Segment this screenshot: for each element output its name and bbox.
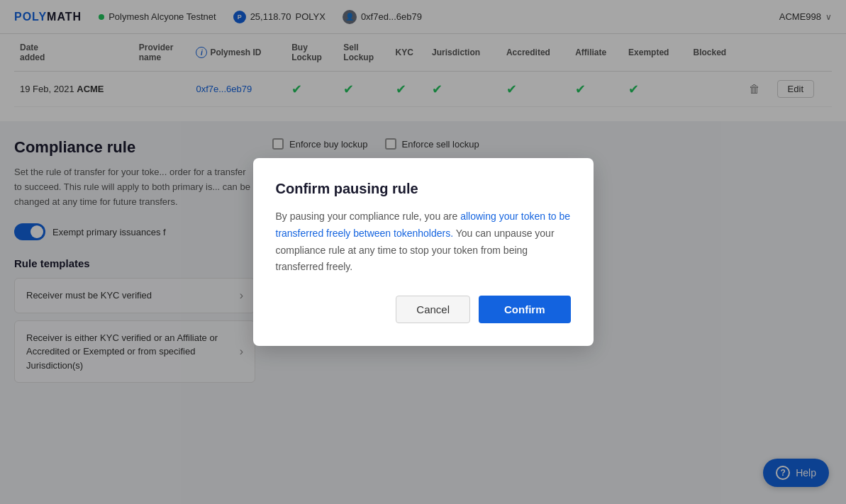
cancel-button[interactable]: Cancel xyxy=(396,296,470,323)
modal-overlay: Confirm pausing rule By pausing your com… xyxy=(0,0,846,407)
modal-title: Confirm pausing rule xyxy=(276,181,571,197)
confirm-button[interactable]: Confirm xyxy=(479,296,571,323)
modal-body-part1: By pausing your compliance rule, you are xyxy=(276,211,461,222)
modal-actions: Cancel Confirm xyxy=(276,296,571,323)
modal-body: By pausing your compliance rule, you are… xyxy=(276,208,571,276)
confirm-modal: Confirm pausing rule By pausing your com… xyxy=(253,158,594,346)
